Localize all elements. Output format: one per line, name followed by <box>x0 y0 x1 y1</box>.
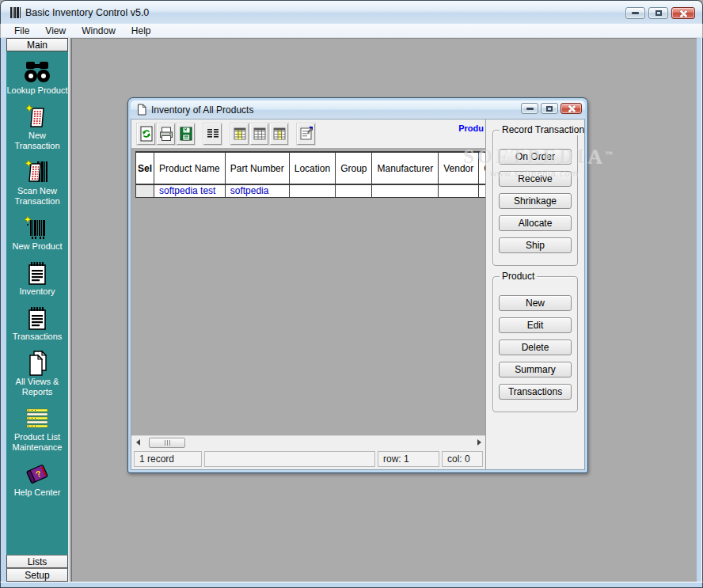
document-icon <box>136 104 147 116</box>
status-record-count: 1 record <box>134 451 202 467</box>
sidebar-item-all-views-reports[interactable]: All Views & Reports <box>6 350 68 397</box>
sidebar-item-label: Help Center <box>6 487 68 498</box>
cell-part-number[interactable]: softpedia <box>225 184 289 197</box>
status-message <box>204 451 375 467</box>
menu-bar: File View Window Help <box>1 24 702 38</box>
scroll-right-arrow[interactable] <box>473 436 485 450</box>
print-icon <box>158 125 174 142</box>
columns-icon <box>205 125 221 142</box>
close-button[interactable] <box>671 7 695 19</box>
cell-group[interactable] <box>336 184 372 197</box>
transactions-button[interactable]: Transactions <box>499 384 572 400</box>
striped-list-icon <box>24 405 51 432</box>
delete-button[interactable]: Delete <box>499 340 572 355</box>
summary-button[interactable]: Summary <box>499 362 572 377</box>
documents-icon <box>24 350 51 377</box>
sidebar-item-scan-new-transaction[interactable]: Scan New Transaction <box>6 159 68 207</box>
menu-file[interactable]: File <box>7 25 36 37</box>
table-row[interactable]: softpedia test softpedia <box>136 184 486 197</box>
child-window-title: Inventory of All Products <box>151 104 253 116</box>
column-header-customer[interactable]: Custom <box>479 152 485 184</box>
mdi-workspace: Inventory of All Products <box>71 38 697 582</box>
column-header-location[interactable]: Location <box>289 152 335 184</box>
sidebar-item-transactions[interactable]: Transactions <box>6 305 68 342</box>
list-view-button[interactable] <box>203 123 222 145</box>
column-header-part-number[interactable]: Part Number <box>225 152 289 184</box>
ship-button[interactable]: Ship <box>499 237 572 253</box>
minimize-icon <box>632 12 639 14</box>
table-area: Sel Product Name Part Number Location Gr… <box>131 148 485 435</box>
sidebar-item-label: New Product <box>6 241 68 252</box>
cell-product-name[interactable]: softpedia test <box>154 184 226 197</box>
table-header-row: Sel Product Name Part Number Location Gr… <box>136 152 486 184</box>
minimize-button[interactable] <box>625 7 645 19</box>
product-link[interactable]: Produ <box>458 123 484 133</box>
child-minimize-button[interactable] <box>521 103 538 114</box>
toolbar: Produ <box>131 119 485 148</box>
grid-view-3-button[interactable] <box>270 123 288 145</box>
child-close-button[interactable] <box>560 103 582 114</box>
binoculars-icon <box>24 59 51 85</box>
column-header-vendor[interactable]: Vendor <box>439 152 479 184</box>
print-button[interactable] <box>157 123 175 145</box>
cell-location[interactable] <box>289 184 335 197</box>
menu-window[interactable]: Window <box>74 25 123 37</box>
help-book-icon: ? <box>23 461 51 487</box>
sidebar-item-label: All Views & Reports <box>6 377 68 397</box>
scan-receipt-icon <box>24 159 51 186</box>
column-header-product-name[interactable]: Product Name <box>154 152 226 184</box>
sidebar-item-label: Lookup Product <box>6 85 68 96</box>
window-border-right <box>697 38 703 582</box>
sidebar-item-new-product[interactable]: New Product <box>6 214 68 252</box>
sidebar: Main Lookup Product <box>6 38 70 582</box>
receive-button[interactable]: Receive <box>499 171 572 187</box>
column-header-manufacturer[interactable]: Manufacturer <box>372 152 439 184</box>
sidebar-item-new-transaction[interactable]: New Transaction <box>6 104 68 151</box>
cell-manufacturer[interactable] <box>372 184 439 197</box>
horizontal-scrollbar[interactable] <box>131 435 485 449</box>
maximize-icon <box>546 106 553 112</box>
sidebar-item-inventory[interactable]: Inventory <box>6 260 68 297</box>
status-col-indicator: col: 0 <box>442 451 483 467</box>
sidebar-item-lookup-product[interactable]: Lookup Product <box>6 59 68 96</box>
grid-view-2-button[interactable] <box>250 123 268 145</box>
menu-help[interactable]: Help <box>124 25 158 37</box>
sidebar-item-label: New Transaction <box>6 131 68 151</box>
menu-view[interactable]: View <box>38 25 73 37</box>
product-group-title: Product <box>500 271 537 282</box>
new-button[interactable]: New <box>499 295 572 311</box>
scrollbar-thumb[interactable] <box>149 438 185 448</box>
cell-vendor[interactable] <box>439 184 479 197</box>
main-titlebar[interactable]: Basic Inventory Control v5.0 <box>0 0 703 24</box>
shrinkage-button[interactable]: Shrinkage <box>499 193 572 209</box>
column-header-group[interactable]: Group <box>336 152 372 184</box>
window-border-bottom <box>0 582 703 588</box>
child-maximize-button[interactable] <box>541 103 558 114</box>
maximize-button[interactable] <box>648 7 668 19</box>
scroll-left-arrow[interactable] <box>131 436 144 450</box>
cell-customer[interactable] <box>479 184 485 197</box>
allocate-button[interactable]: Allocate <box>499 215 572 231</box>
sidebar-tab-setup[interactable]: Setup <box>6 568 68 582</box>
child-titlebar[interactable]: Inventory of All Products <box>131 101 585 119</box>
sidebar-item-product-list-maintenance[interactable]: Product List Maintenance <box>6 405 68 453</box>
cell-sel[interactable] <box>136 184 154 197</box>
form-icon <box>298 125 314 142</box>
on-order-button[interactable]: On Order <box>499 149 572 165</box>
sidebar-tab-main[interactable]: Main <box>6 38 68 51</box>
sidebar-item-help-center[interactable]: ? Help Center <box>6 461 68 498</box>
save-button[interactable] <box>177 123 195 145</box>
sidebar-item-label: Product List Maintenance <box>6 432 68 453</box>
main-window-title: Basic Inventory Control v5.0 <box>25 7 149 18</box>
notepad-icon <box>24 260 51 286</box>
refresh-button[interactable] <box>137 123 155 145</box>
barcode-app-icon <box>10 6 21 18</box>
properties-button[interactable] <box>297 123 315 145</box>
sidebar-tab-lists[interactable]: Lists <box>6 555 68 568</box>
notepad-icon <box>24 305 51 332</box>
grid-view-1-button[interactable] <box>230 123 249 145</box>
edit-button[interactable]: Edit <box>499 317 572 333</box>
column-header-sel[interactable]: Sel <box>136 152 154 184</box>
sidebar-items: Lookup Product New Transaction <box>6 51 68 555</box>
status-row-indicator: row: 1 <box>378 451 439 467</box>
